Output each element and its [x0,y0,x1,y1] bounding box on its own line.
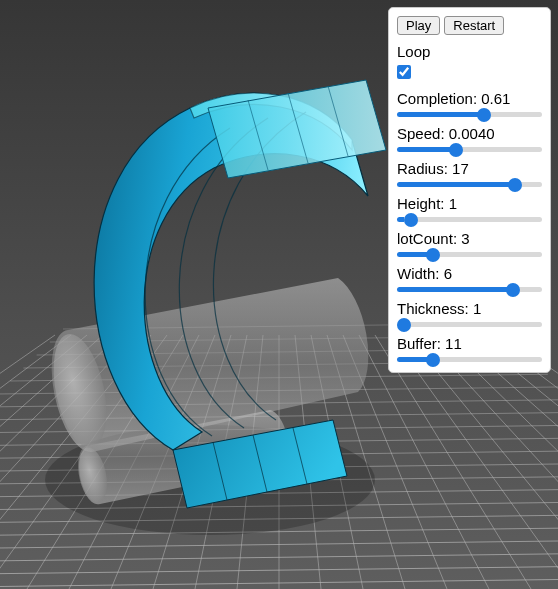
completion-label: Completion: 0.61 [397,90,542,107]
lotcount-field: lotCount: 3 [397,230,542,257]
controls-panel: Play Restart Loop Completion: 0.61 Speed… [388,7,551,373]
thickness-label: Thickness: 1 [397,300,542,317]
width-slider[interactable] [397,287,542,292]
thickness-slider[interactable] [397,322,542,327]
height-slider[interactable] [397,217,542,222]
buffer-field: Buffer: 11 [397,335,542,362]
loop-checkbox[interactable] [397,65,411,79]
speed-label: Speed: 0.0040 [397,125,542,142]
loop-field: Loop [397,43,542,82]
completion-field: Completion: 0.61 [397,90,542,117]
radius-slider[interactable] [397,182,542,187]
speed-slider[interactable] [397,147,542,152]
speed-field: Speed: 0.0040 [397,125,542,152]
lotcount-slider[interactable] [397,252,542,257]
play-button[interactable]: Play [397,16,440,35]
width-label: Width: 6 [397,265,542,282]
radius-label: Radius: 17 [397,160,542,177]
thickness-field: Thickness: 1 [397,300,542,327]
height-label: Height: 1 [397,195,542,212]
loop-label: Loop [397,43,542,60]
buffer-slider[interactable] [397,357,542,362]
completion-slider[interactable] [397,112,542,117]
buffer-label: Buffer: 11 [397,335,542,352]
height-field: Height: 1 [397,195,542,222]
radius-field: Radius: 17 [397,160,542,187]
lotcount-label: lotCount: 3 [397,230,542,247]
button-row: Play Restart [397,16,542,35]
restart-button[interactable]: Restart [444,16,504,35]
width-field: Width: 6 [397,265,542,292]
